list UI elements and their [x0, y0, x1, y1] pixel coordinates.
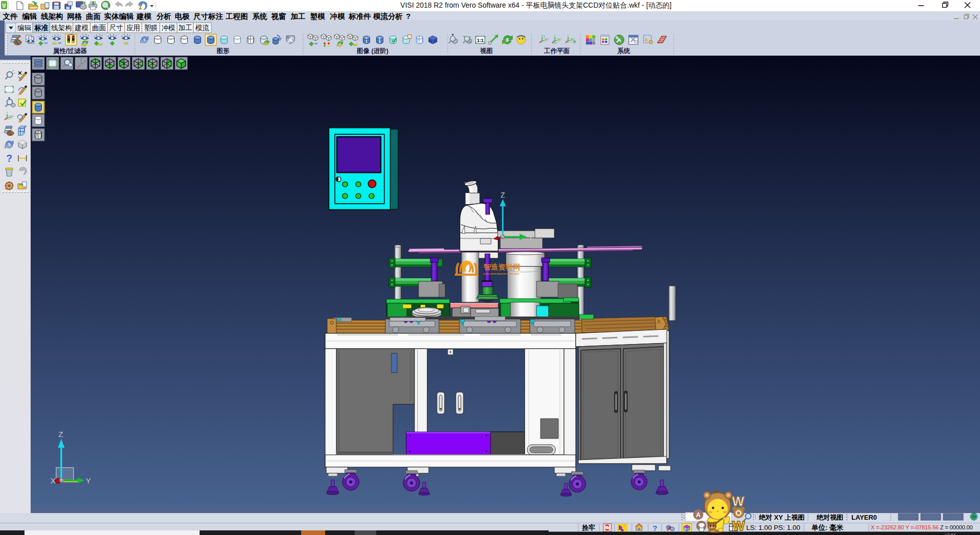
svg-text:尺寸: 尺寸 — [109, 24, 123, 32]
svg-text:X =-23262.80 Y =-07815.56 Z =: X =-23262.80 Y =-07815.56 Z = 00000.00 — [871, 524, 973, 530]
svg-text:网格: 网格 — [67, 12, 83, 20]
svg-text:系统: 系统 — [617, 47, 631, 55]
svg-text:标准: 标准 — [34, 24, 49, 32]
svg-text:X: X — [51, 476, 56, 485]
svg-text:A: A — [696, 511, 701, 519]
svg-text:曲面: 曲面 — [86, 12, 101, 20]
svg-text:INTELLIGENT MANUFACTURING DATA: INTELLIGENT MANUFACTURING DATA — [483, 273, 520, 275]
svg-text:单位: 毫米: 单位: 毫米 — [811, 524, 844, 531]
svg-text:曲面: 曲面 — [92, 24, 106, 32]
svg-text:系统: 系统 — [252, 12, 268, 20]
svg-text:建模: 建模 — [136, 12, 152, 20]
svg-text:图像 (进阶): 图像 (进阶) — [357, 47, 388, 55]
svg-text:尺寸标注: 尺寸标注 — [193, 12, 224, 20]
svg-text:塑模: 塑模 — [310, 12, 326, 20]
svg-text:1:1: 1:1 — [477, 38, 483, 43]
svg-text:塑膜: 塑膜 — [144, 23, 158, 32]
svg-text:线架构: 线架构 — [40, 12, 63, 20]
svg-text:加工: 加工 — [290, 12, 306, 20]
svg-text:加工: 加工 — [179, 24, 192, 32]
svg-text:文件: 文件 — [3, 12, 18, 20]
svg-text:拴牢: 拴牢 — [581, 524, 595, 531]
svg-text:分析: 分析 — [156, 12, 172, 20]
svg-text:编辑: 编辑 — [17, 24, 32, 32]
svg-text:LAYER0: LAYER0 — [851, 514, 877, 521]
svg-text:?: ? — [652, 524, 657, 532]
svg-text:模流: 模流 — [195, 24, 209, 32]
svg-text:13:56: 13:56 — [945, 532, 957, 535]
svg-text:实体编辑: 实体编辑 — [104, 12, 134, 20]
svg-text:V: V — [2, 3, 6, 9]
svg-text:视窗: 视窗 — [271, 12, 286, 20]
svg-text:LS: 1.00 PS: 1.00: LS: 1.00 PS: 1.00 — [746, 524, 800, 531]
svg-text:?: ? — [6, 153, 12, 164]
svg-text:编辑: 编辑 — [22, 12, 38, 20]
svg-text:视图: 视图 — [480, 47, 493, 55]
svg-text:?: ? — [406, 12, 411, 20]
svg-text:W: W — [732, 494, 744, 508]
svg-text:建模: 建模 — [75, 24, 89, 32]
svg-text:工作平面: 工作平面 — [544, 47, 570, 55]
svg-text:图形: 图形 — [217, 47, 230, 55]
svg-text:Y: Y — [528, 233, 533, 241]
svg-text:VISI 2018 R2 from Vero Softwar: VISI 2018 R2 from Vero Software x64 - 平板… — [400, 1, 671, 9]
svg-text:绝对视图: 绝对视图 — [816, 514, 843, 521]
svg-text:绝对 XY 上视图: 绝对 XY 上视图 — [758, 514, 804, 521]
svg-text:标准件: 标准件 — [348, 12, 371, 20]
svg-text:模流分析: 模流分析 — [373, 12, 403, 20]
svg-text:工程图: 工程图 — [225, 12, 248, 20]
svg-text:冲模: 冲模 — [330, 12, 346, 20]
svg-text:Y: Y — [86, 476, 91, 485]
svg-text:电极: 电极 — [175, 12, 190, 20]
svg-text:W: W — [732, 518, 745, 533]
svg-text:应用: 应用 — [127, 24, 140, 32]
svg-text:线架构: 线架构 — [51, 24, 72, 32]
svg-text:属性/过滤器: 属性/过滤器 — [53, 47, 87, 55]
svg-text:冲模: 冲模 — [162, 24, 176, 32]
svg-text:Z: Z — [501, 191, 505, 199]
svg-text:Z: Z — [58, 430, 63, 439]
svg-text:智造资料网: 智造资料网 — [483, 263, 521, 271]
